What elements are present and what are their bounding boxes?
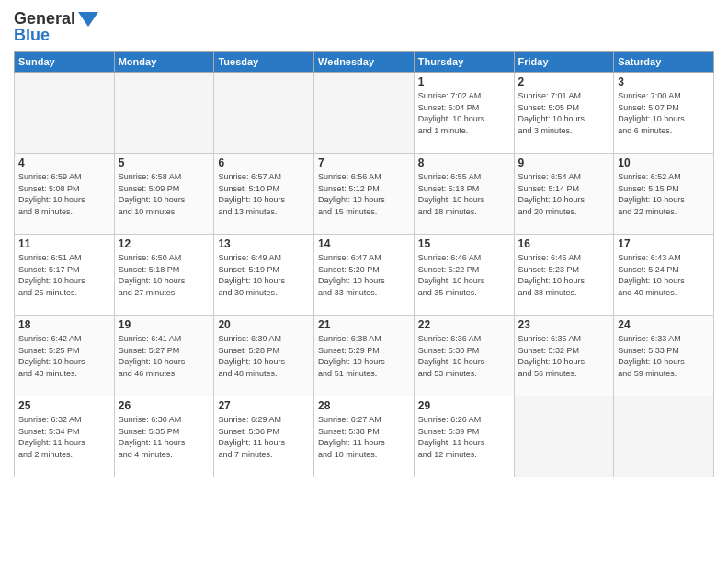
calendar-cell: 9Sunrise: 6:54 AMSunset: 5:14 PMDaylight… <box>514 154 614 235</box>
day-number: 7 <box>318 156 410 169</box>
day-number: 27 <box>218 399 310 412</box>
day-header-wednesday: Wednesday <box>314 52 415 73</box>
day-info: Sunrise: 6:32 AMSunset: 5:34 PMDaylight:… <box>18 414 110 460</box>
day-number: 8 <box>418 156 510 169</box>
day-info: Sunrise: 6:56 AMSunset: 5:12 PMDaylight:… <box>318 171 410 217</box>
calendar-cell: 6Sunrise: 6:57 AMSunset: 5:10 PMDaylight… <box>214 154 314 235</box>
day-number: 5 <box>119 156 210 169</box>
calendar-cell: 17Sunrise: 6:43 AMSunset: 5:24 PMDayligh… <box>614 235 714 316</box>
calendar-cell: 11Sunrise: 6:51 AMSunset: 5:17 PMDayligh… <box>15 235 115 316</box>
calendar-cell: 28Sunrise: 6:27 AMSunset: 5:38 PMDayligh… <box>314 396 415 477</box>
week-row-1: 1Sunrise: 7:02 AMSunset: 5:04 PMDaylight… <box>15 73 714 154</box>
day-info: Sunrise: 6:42 AMSunset: 5:25 PMDaylight:… <box>18 333 110 379</box>
calendar-cell: 12Sunrise: 6:50 AMSunset: 5:18 PMDayligh… <box>114 235 214 316</box>
day-number: 18 <box>18 318 110 331</box>
day-number: 26 <box>119 399 210 412</box>
calendar-cell: 20Sunrise: 6:39 AMSunset: 5:28 PMDayligh… <box>214 316 314 396</box>
calendar-cell: 24Sunrise: 6:33 AMSunset: 5:33 PMDayligh… <box>614 316 714 396</box>
week-row-2: 4Sunrise: 6:59 AMSunset: 5:08 PMDaylight… <box>15 154 714 235</box>
day-number: 29 <box>418 399 510 412</box>
day-number: 22 <box>418 318 510 331</box>
day-info: Sunrise: 6:57 AMSunset: 5:10 PMDaylight:… <box>218 171 310 217</box>
calendar-cell: 7Sunrise: 6:56 AMSunset: 5:12 PMDaylight… <box>314 154 415 235</box>
day-info: Sunrise: 6:30 AMSunset: 5:35 PMDaylight:… <box>119 414 210 460</box>
calendar-cell: 13Sunrise: 6:49 AMSunset: 5:19 PMDayligh… <box>214 235 314 316</box>
day-number: 28 <box>318 399 410 412</box>
day-number: 6 <box>218 156 310 169</box>
day-info: Sunrise: 6:45 AMSunset: 5:23 PMDaylight:… <box>518 252 610 298</box>
day-number: 25 <box>18 399 110 412</box>
day-number: 14 <box>318 237 410 250</box>
calendar-cell: 4Sunrise: 6:59 AMSunset: 5:08 PMDaylight… <box>15 154 115 235</box>
day-number: 16 <box>518 237 610 250</box>
logo-blue: Blue <box>14 26 50 45</box>
day-number: 17 <box>618 237 710 250</box>
day-info: Sunrise: 6:54 AMSunset: 5:14 PMDaylight:… <box>518 171 610 217</box>
header: General Blue <box>14 9 714 45</box>
calendar-cell: 16Sunrise: 6:45 AMSunset: 5:23 PMDayligh… <box>514 235 614 316</box>
day-info: Sunrise: 6:26 AMSunset: 5:39 PMDaylight:… <box>418 414 510 460</box>
day-number: 23 <box>518 318 610 331</box>
day-info: Sunrise: 6:50 AMSunset: 5:18 PMDaylight:… <box>119 252 210 298</box>
day-info: Sunrise: 6:55 AMSunset: 5:13 PMDaylight:… <box>418 171 510 217</box>
day-number: 11 <box>18 237 110 250</box>
calendar-table: SundayMondayTuesdayWednesdayThursdayFrid… <box>14 51 714 477</box>
calendar-cell: 8Sunrise: 6:55 AMSunset: 5:13 PMDaylight… <box>414 154 514 235</box>
day-number: 21 <box>318 318 410 331</box>
day-number: 10 <box>618 156 710 169</box>
calendar-cell: 19Sunrise: 6:41 AMSunset: 5:27 PMDayligh… <box>114 316 214 396</box>
calendar-cell <box>614 396 714 477</box>
calendar-cell <box>314 73 415 154</box>
day-info: Sunrise: 6:39 AMSunset: 5:28 PMDaylight:… <box>218 333 310 379</box>
calendar-cell <box>15 73 115 154</box>
calendar-cell: 21Sunrise: 6:38 AMSunset: 5:29 PMDayligh… <box>314 316 415 396</box>
calendar-cell: 5Sunrise: 6:58 AMSunset: 5:09 PMDaylight… <box>114 154 214 235</box>
day-info: Sunrise: 6:36 AMSunset: 5:30 PMDaylight:… <box>418 333 510 379</box>
day-header-tuesday: Tuesday <box>214 52 314 73</box>
day-header-sunday: Sunday <box>15 52 115 73</box>
day-number: 19 <box>119 318 210 331</box>
calendar-cell: 25Sunrise: 6:32 AMSunset: 5:34 PMDayligh… <box>15 396 115 477</box>
week-row-3: 11Sunrise: 6:51 AMSunset: 5:17 PMDayligh… <box>15 235 714 316</box>
calendar-cell: 14Sunrise: 6:47 AMSunset: 5:20 PMDayligh… <box>314 235 415 316</box>
logo-chevron-icon <box>78 12 98 27</box>
calendar-cell: 29Sunrise: 6:26 AMSunset: 5:39 PMDayligh… <box>414 396 514 477</box>
day-number: 15 <box>418 237 510 250</box>
calendar-cell: 10Sunrise: 6:52 AMSunset: 5:15 PMDayligh… <box>614 154 714 235</box>
logo: General Blue <box>14 9 98 45</box>
day-number: 13 <box>218 237 310 250</box>
calendar-cell: 22Sunrise: 6:36 AMSunset: 5:30 PMDayligh… <box>414 316 514 396</box>
day-number: 9 <box>518 156 610 169</box>
day-header-saturday: Saturday <box>614 52 714 73</box>
day-info: Sunrise: 7:00 AMSunset: 5:07 PMDaylight:… <box>618 90 710 136</box>
day-info: Sunrise: 6:43 AMSunset: 5:24 PMDaylight:… <box>618 252 710 298</box>
day-info: Sunrise: 6:52 AMSunset: 5:15 PMDaylight:… <box>618 171 710 217</box>
svg-marker-0 <box>78 12 98 27</box>
day-number: 4 <box>18 156 110 169</box>
calendar-cell: 1Sunrise: 7:02 AMSunset: 5:04 PMDaylight… <box>414 73 514 154</box>
day-info: Sunrise: 6:59 AMSunset: 5:08 PMDaylight:… <box>18 171 110 217</box>
calendar-cell: 2Sunrise: 7:01 AMSunset: 5:05 PMDaylight… <box>514 73 614 154</box>
page-container: General Blue SundayMondayTuesdayWednesda… <box>0 0 728 482</box>
day-info: Sunrise: 6:58 AMSunset: 5:09 PMDaylight:… <box>119 171 210 217</box>
calendar-cell <box>514 396 614 477</box>
calendar-cell: 15Sunrise: 6:46 AMSunset: 5:22 PMDayligh… <box>414 235 514 316</box>
day-info: Sunrise: 6:27 AMSunset: 5:38 PMDaylight:… <box>318 414 410 460</box>
calendar-cell: 3Sunrise: 7:00 AMSunset: 5:07 PMDaylight… <box>614 73 714 154</box>
calendar-cell: 26Sunrise: 6:30 AMSunset: 5:35 PMDayligh… <box>114 396 214 477</box>
day-number: 12 <box>119 237 210 250</box>
header-row: SundayMondayTuesdayWednesdayThursdayFrid… <box>15 52 714 73</box>
day-info: Sunrise: 6:35 AMSunset: 5:32 PMDaylight:… <box>518 333 610 379</box>
calendar-cell <box>214 73 314 154</box>
day-number: 20 <box>218 318 310 331</box>
day-header-thursday: Thursday <box>414 52 514 73</box>
day-header-monday: Monday <box>114 52 214 73</box>
day-info: Sunrise: 6:29 AMSunset: 5:36 PMDaylight:… <box>218 414 310 460</box>
day-number: 24 <box>618 318 710 331</box>
day-info: Sunrise: 6:41 AMSunset: 5:27 PMDaylight:… <box>119 333 210 379</box>
day-number: 3 <box>618 75 710 88</box>
calendar-cell: 18Sunrise: 6:42 AMSunset: 5:25 PMDayligh… <box>15 316 115 396</box>
day-number: 1 <box>418 75 510 88</box>
calendar-cell <box>114 73 214 154</box>
day-number: 2 <box>518 75 610 88</box>
